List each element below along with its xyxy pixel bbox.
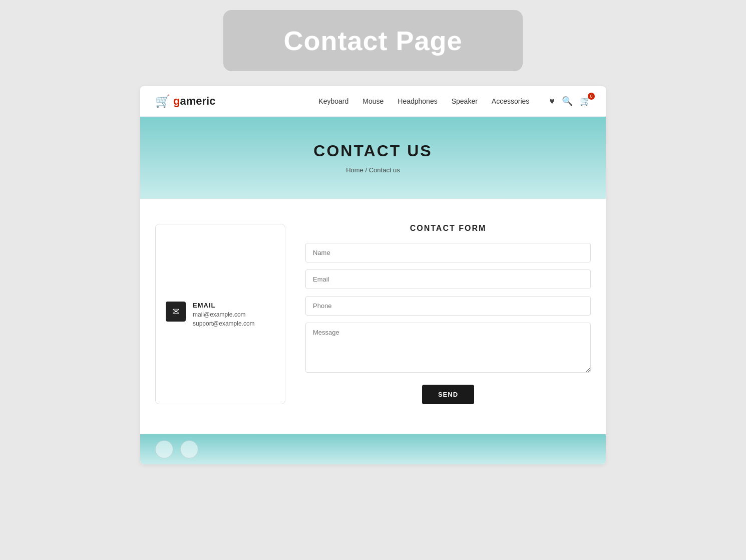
footer-icon-1[interactable] (155, 440, 173, 458)
phone-input[interactable] (305, 296, 591, 316)
nav-links: Keyboard Mouse Headphones Speaker Access… (318, 97, 529, 106)
logo: 🛒 gameric (155, 94, 215, 108)
email-addr-2: support@example.com (193, 320, 255, 327)
navbar: 🛒 gameric Keyboard Mouse Headphones Spea… (140, 86, 606, 117)
breadcrumb-current: Contact us (369, 166, 400, 174)
nav-speaker[interactable]: Speaker (452, 97, 478, 105)
nav-headphones[interactable]: Headphones (398, 97, 437, 105)
logo-text: gameric (173, 95, 215, 108)
top-banner-title: Contact Page (283, 25, 462, 56)
cart-wrapper[interactable]: 🛒 0 (580, 96, 591, 107)
footer-icon-2[interactable] (180, 440, 198, 458)
hero-section: CONTACT US Home / Contact us (140, 117, 606, 199)
email-label: EMAIL (193, 302, 255, 309)
breadcrumb-home[interactable]: Home (346, 166, 363, 174)
top-banner-box: Contact Page (223, 10, 522, 71)
email-input[interactable] (305, 269, 591, 289)
nav-accessories[interactable]: Accessories (492, 97, 529, 105)
mail-icon: ✉ (172, 306, 180, 317)
footer-strip (140, 434, 606, 464)
contact-info-card: ✉ EMAIL mail@example.com support@example… (155, 224, 285, 404)
contact-form-title: CONTACT FORM (305, 224, 591, 233)
email-addr-1: mail@example.com (193, 311, 255, 318)
website-preview: 🛒 gameric Keyboard Mouse Headphones Spea… (140, 86, 606, 464)
top-banner: Contact Page (0, 0, 746, 86)
nav-mouse[interactable]: Mouse (362, 97, 384, 105)
logo-cart-icon: 🛒 (155, 94, 170, 108)
nav-keyboard[interactable]: Keyboard (318, 97, 348, 105)
name-input[interactable] (305, 243, 591, 262)
wishlist-icon[interactable]: ♥ (549, 96, 555, 107)
message-textarea[interactable] (305, 323, 591, 373)
send-button[interactable]: SEND (422, 385, 474, 404)
search-icon[interactable]: 🔍 (562, 96, 573, 107)
email-row: ✉ EMAIL mail@example.com support@example… (166, 302, 255, 327)
contact-form-area: CONTACT FORM SEND (305, 224, 591, 404)
breadcrumb: Home / Contact us (150, 166, 596, 174)
cart-badge: 0 (588, 93, 595, 100)
hero-title: CONTACT US (150, 142, 596, 160)
email-details: EMAIL mail@example.com support@example.c… (193, 302, 255, 327)
breadcrumb-separator: / (365, 166, 367, 174)
content-area: ✉ EMAIL mail@example.com support@example… (140, 199, 606, 434)
nav-icons: ♥ 🔍 🛒 0 (549, 96, 591, 107)
email-icon-box: ✉ (166, 302, 186, 322)
